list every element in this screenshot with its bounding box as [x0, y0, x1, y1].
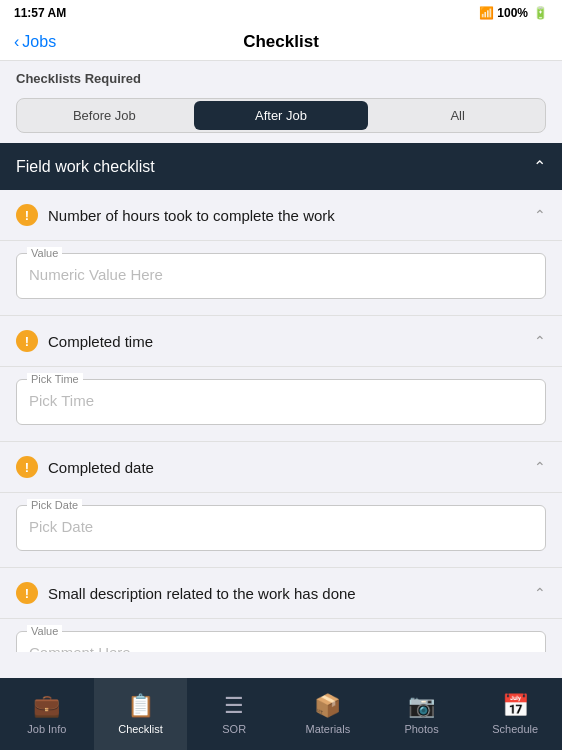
seg-before-job[interactable]: Before Job: [17, 99, 192, 132]
hours-input[interactable]: Numeric Value Here: [29, 262, 533, 290]
field-work-title: Field work checklist: [16, 158, 155, 176]
accordion-date-header-left: ! Completed date: [16, 456, 154, 478]
tab-schedule[interactable]: 📅 Schedule: [468, 678, 562, 750]
accordion-desc-title: Small description related to the work ha…: [48, 585, 356, 602]
hours-input-label: Value: [27, 247, 62, 259]
accordion-date: ! Completed date ⌃ Pick Date Pick Date: [0, 442, 562, 567]
accordion-hours: ! Number of hours took to complete the w…: [0, 190, 562, 315]
warning-icon-hours: !: [16, 204, 38, 226]
accordion-time-header-left: ! Completed time: [16, 330, 153, 352]
tab-materials-label: Materials: [306, 723, 351, 735]
seg-after-job[interactable]: After Job: [194, 101, 369, 130]
checklist-icon: 📋: [127, 693, 154, 719]
accordion-hours-body: Value Numeric Value Here: [0, 241, 562, 315]
accordion-desc-header-left: ! Small description related to the work …: [16, 582, 356, 604]
materials-icon: 📦: [314, 693, 341, 719]
accordion-time-body: Pick Time Pick Time: [0, 367, 562, 441]
tab-job-info[interactable]: 💼 Job Info: [0, 678, 94, 750]
accordion-hours-header[interactable]: ! Number of hours took to complete the w…: [0, 190, 562, 241]
nav-bar: ‹ Jobs Checklist: [0, 24, 562, 61]
time-input-group: Pick Time Pick Time: [16, 379, 546, 425]
date-input[interactable]: Pick Date: [29, 514, 533, 542]
accordion-hours-header-left: ! Number of hours took to complete the w…: [16, 204, 335, 226]
back-chevron-icon: ‹: [14, 33, 19, 51]
date-input-label: Pick Date: [27, 499, 82, 511]
hours-input-group: Value Numeric Value Here: [16, 253, 546, 299]
hours-chevron-icon: ⌃: [534, 207, 546, 223]
tab-job-info-label: Job Info: [27, 723, 66, 735]
tab-sor[interactable]: ☰ SOR: [187, 678, 281, 750]
accordion-desc-header[interactable]: ! Small description related to the work …: [0, 568, 562, 619]
tab-materials[interactable]: 📦 Materials: [281, 678, 375, 750]
accordion-desc: ! Small description related to the work …: [0, 568, 562, 652]
tab-sor-label: SOR: [222, 723, 246, 735]
sor-icon: ☰: [224, 693, 244, 719]
schedule-icon: 📅: [502, 693, 529, 719]
accordion-time-header[interactable]: ! Completed time ⌃: [0, 316, 562, 367]
seg-all[interactable]: All: [370, 99, 545, 132]
job-info-icon: 💼: [33, 693, 60, 719]
field-work-section-header[interactable]: Field work checklist ⌃: [0, 143, 562, 190]
accordion-date-body: Pick Date Pick Date: [0, 493, 562, 567]
status-time: 11:57 AM: [14, 6, 66, 20]
desc-input[interactable]: Comment Here: [29, 640, 533, 652]
content-area: Field work checklist ⌃ ! Number of hours…: [0, 143, 562, 652]
desc-input-label: Value: [27, 625, 62, 637]
warning-icon-date: !: [16, 456, 38, 478]
time-input[interactable]: Pick Time: [29, 388, 533, 416]
accordion-date-title: Completed date: [48, 459, 154, 476]
desc-chevron-icon: ⌃: [534, 585, 546, 601]
page-title: Checklist: [243, 32, 319, 52]
tab-checklist-label: Checklist: [118, 723, 163, 735]
tab-checklist[interactable]: 📋 Checklist: [94, 678, 188, 750]
checklists-required-label: Checklists Required: [0, 61, 562, 92]
status-bar: 11:57 AM 📶 100% 🔋: [0, 0, 562, 24]
back-button[interactable]: ‹ Jobs: [14, 33, 56, 51]
date-chevron-icon: ⌃: [534, 459, 546, 475]
segmented-control-inner: Before Job After Job All: [16, 98, 546, 133]
warning-icon-desc: !: [16, 582, 38, 604]
accordion-time: ! Completed time ⌃ Pick Time Pick Time: [0, 316, 562, 441]
tab-bar: 💼 Job Info 📋 Checklist ☰ SOR 📦 Materials…: [0, 678, 562, 750]
accordion-desc-body: Value Comment Here: [0, 619, 562, 652]
wifi-icon: 📶 100%: [479, 6, 528, 20]
photos-icon: 📷: [408, 693, 435, 719]
status-indicators: 📶 100% 🔋: [479, 6, 548, 20]
date-input-group: Pick Date Pick Date: [16, 505, 546, 551]
desc-input-group: Value Comment Here: [16, 631, 546, 652]
accordion-date-header[interactable]: ! Completed date ⌃: [0, 442, 562, 493]
accordion-hours-title: Number of hours took to complete the wor…: [48, 207, 335, 224]
back-label[interactable]: Jobs: [22, 33, 56, 51]
time-chevron-icon: ⌃: [534, 333, 546, 349]
field-work-chevron-icon: ⌃: [533, 157, 546, 176]
battery-icon: 🔋: [533, 6, 548, 20]
segmented-control: Before Job After Job All: [0, 92, 562, 143]
accordion-time-title: Completed time: [48, 333, 153, 350]
tab-photos-label: Photos: [404, 723, 438, 735]
warning-icon-time: !: [16, 330, 38, 352]
tab-photos[interactable]: 📷 Photos: [375, 678, 469, 750]
tab-schedule-label: Schedule: [492, 723, 538, 735]
time-input-label: Pick Time: [27, 373, 83, 385]
